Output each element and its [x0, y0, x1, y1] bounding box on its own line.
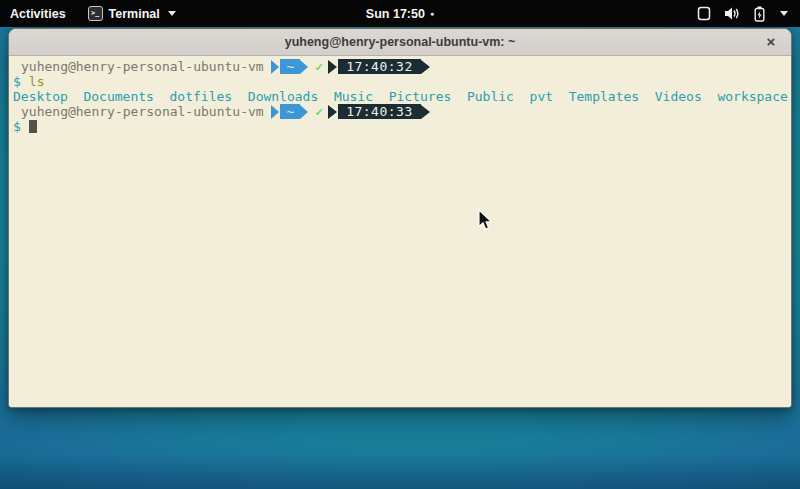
top-bar: Activities >_ Terminal Sun 17:50 ●: [0, 0, 800, 27]
prompt-user-host: yuheng@henry-personal-ubuntu-vm: [21, 104, 264, 119]
prompt-symbol: $: [13, 119, 21, 134]
prompt-user-host: yuheng@henry-personal-ubuntu-vm: [21, 59, 264, 74]
desktop: Activities >_ Terminal Sun 17:50 ●: [0, 0, 800, 489]
clock-button[interactable]: Sun 17:50 ●: [366, 0, 434, 27]
command-line: $: [13, 119, 787, 134]
clock-label: Sun 17:50: [366, 7, 425, 21]
command-text: ls: [29, 74, 45, 89]
powerline-arrow-icon: [421, 60, 430, 74]
prompt-cwd: ~: [280, 104, 300, 119]
command-line: $ ls: [13, 74, 787, 89]
chevron-down-icon: [168, 11, 176, 16]
app-menu-label: Terminal: [109, 7, 160, 21]
app-menu-button[interactable]: >_ Terminal: [78, 0, 186, 27]
volume-icon: [724, 6, 741, 21]
powerline-arrow-icon: [421, 105, 430, 119]
activities-button[interactable]: Activities: [0, 0, 78, 27]
powerline-arrow-icon: [271, 60, 279, 74]
notification-dot-icon: ●: [430, 10, 434, 17]
battery-charging-icon: [754, 6, 765, 22]
title-bar[interactable]: yuheng@henry-personal-ubuntu-vm: ~ ×: [9, 29, 791, 56]
powerline-arrow-icon: [328, 60, 337, 74]
window-title: yuheng@henry-personal-ubuntu-vm: ~: [285, 35, 516, 49]
close-button[interactable]: ×: [761, 32, 781, 52]
prompt-time: 17:40:33: [338, 104, 421, 119]
powerline-arrow-icon: [328, 105, 337, 119]
ls-output-line: Desktop Documents dotfiles Downloads Mus…: [13, 89, 787, 104]
status-check-icon: ✓: [315, 104, 323, 119]
terminal-cursor: [29, 120, 37, 133]
prompt-time: 17:40:32: [338, 59, 421, 74]
screen-icon: [697, 6, 711, 21]
system-menu-button[interactable]: [697, 0, 800, 27]
terminal-screen[interactable]: yuheng@henry-personal-ubuntu-vm ~ ✓ 17:4…: [9, 56, 791, 407]
powerline-arrow-icon: [300, 105, 308, 119]
terminal-window: yuheng@henry-personal-ubuntu-vm: ~ × yuh…: [8, 28, 792, 408]
terminal-icon: >_: [88, 6, 103, 21]
powerline-arrow-icon: [300, 60, 308, 74]
chevron-down-icon: [780, 11, 788, 16]
prompt-line: yuheng@henry-personal-ubuntu-vm ~ ✓ 17:4…: [13, 59, 787, 74]
prompt-line: yuheng@henry-personal-ubuntu-vm ~ ✓ 17:4…: [13, 104, 787, 119]
status-check-icon: ✓: [315, 59, 323, 74]
prompt-cwd: ~: [280, 59, 300, 74]
powerline-arrow-icon: [271, 105, 279, 119]
prompt-symbol: $: [13, 74, 21, 89]
